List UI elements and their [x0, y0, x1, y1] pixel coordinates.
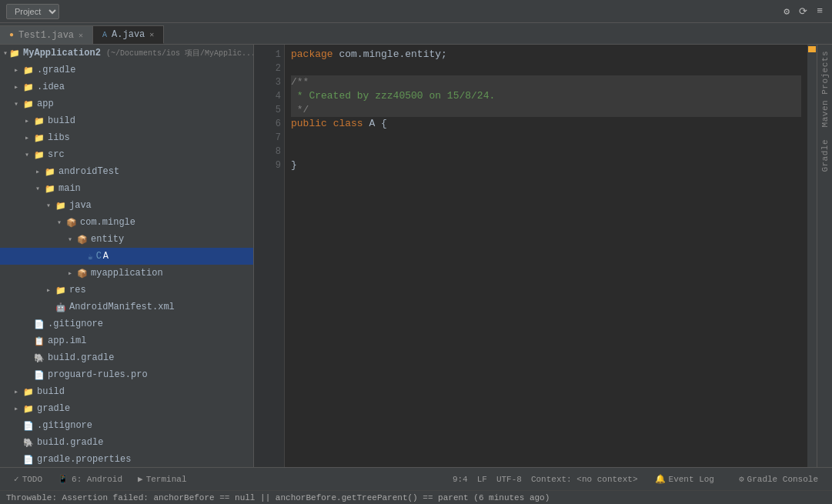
tree-item-gradleprop[interactable]: 📄 gradle.properties [0, 451, 253, 467]
tree-item-main[interactable]: ▾ 📁 main [0, 180, 253, 197]
arrow-gradle2: ▸ [14, 404, 22, 413]
tab-test1-label: Test1.java [18, 30, 74, 41]
tree-item-androidmanifest[interactable]: 🤖 AndroidManifest.xml [0, 299, 253, 315]
tree-label-src: src [48, 149, 65, 160]
tab-ajava-label: A.java [112, 29, 145, 40]
arrow-java: ▾ [46, 201, 54, 210]
tab-test1[interactable]: ● Test1.java ✕ [0, 25, 93, 44]
tree-item-build2[interactable]: ▸ 📁 build [0, 383, 253, 400]
folder-icon-gradle2: 📁 [23, 404, 34, 414]
tab-test1-close[interactable]: ✕ [79, 31, 83, 40]
tree-label-app: app [37, 98, 54, 109]
gradle-console-button[interactable]: ⚙ Gradle Console [731, 471, 826, 488]
tree-item-libs[interactable]: ▸ 📁 libs [0, 129, 253, 146]
code-line-8 [291, 145, 801, 159]
arrow-build1: ▸ [25, 116, 32, 125]
tree-label-androidmanifest: AndroidManifest.xml [69, 302, 175, 312]
maven-projects-label[interactable]: Maven Projects [819, 45, 831, 133]
tree-item-build1[interactable]: ▸ 📁 build [0, 112, 253, 129]
xml-icon-androidmanifest: 🤖 [55, 302, 66, 312]
tab-ajava-close[interactable]: ✕ [149, 30, 154, 39]
arrow-main: ▾ [35, 184, 43, 193]
event-log-label: Event Log [669, 475, 714, 484]
tree-item-java[interactable]: ▾ 📁 java [0, 197, 253, 214]
status-tab-android[interactable]: 📱 6: Android [50, 471, 130, 488]
code-area[interactable]: package com.mingle.entity; /** * Created… [285, 45, 807, 467]
tree-label-gradle2: gradle [37, 403, 70, 414]
toolbar-icons: ⚙ ⟳ ≡ [780, 4, 826, 19]
ajava-icon: A [102, 31, 107, 39]
tree-label-androidtest: androidTest [58, 166, 119, 177]
tree-item-idea[interactable]: ▸ 📁 .idea [0, 78, 253, 95]
arrow-androidtest: ▸ [35, 167, 43, 176]
folder-icon-gradle: 📁 [23, 65, 34, 75]
folder-icon-myapp: 📁 [9, 48, 20, 58]
refresh-icon[interactable]: ⟳ [796, 4, 810, 19]
arrow-myapp: ▾ [3, 48, 8, 58]
gradle-icon-buildgradle2: 🐘 [23, 438, 34, 448]
tree-item-commingle[interactable]: ▾ 📦 com.mingle [0, 214, 253, 231]
gradle-label[interactable]: Gradle [819, 133, 831, 179]
tree-label-idea: .idea [37, 82, 65, 92]
tree-item-androidtest[interactable]: ▸ 📁 androidTest [0, 163, 253, 180]
status-right: 9:4 LF UTF-8 Context: <no context> 🔔 Eve… [453, 471, 826, 488]
tree-item-buildgradle1[interactable]: 🐘 build.gradle [0, 349, 253, 366]
tree-item-afile[interactable]: ☕ C A [0, 248, 253, 265]
arrow-gradle: ▸ [14, 65, 22, 75]
sync-icon[interactable]: ⚙ [780, 4, 793, 19]
tab-ajava[interactable]: A A.java ✕ [93, 25, 164, 44]
line-numbers: 1 2 3 4 5 6 7 8 9 [254, 45, 285, 467]
tree-item-gradle2[interactable]: ▸ 📁 gradle [0, 400, 253, 417]
side-labels: Maven Projects Gradle [817, 45, 832, 467]
tree-item-entity[interactable]: ▾ 📦 entity [0, 231, 253, 248]
package-icon-entity: 📦 [77, 235, 88, 245]
tree-label-main: main [58, 183, 81, 194]
code-line-4: * Created by zzz40500 on 15/8/24. [291, 89, 801, 103]
tree-item-gitignore1[interactable]: 📄 .gitignore [0, 315, 253, 332]
code-line-3: /** [291, 75, 801, 89]
arrow-src: ▾ [25, 150, 32, 159]
arrow-commingle: ▾ [57, 218, 65, 227]
tree-item-gitignore2[interactable]: 📄 .gitignore [0, 417, 253, 434]
tree-label-build2: build [37, 386, 65, 397]
sidebar: ▾ 📁 MyApplication2 (~/Documents/ios 项目/M… [0, 45, 254, 467]
tree-label-build1: build [48, 115, 75, 126]
tree-label-myapplication: myapplication [91, 268, 163, 279]
status-tab-terminal[interactable]: ▶ Terminal [130, 471, 194, 488]
arrow-build2: ▸ [14, 387, 22, 396]
project-dropdown[interactable]: Project [6, 4, 59, 19]
code-line-5: */ [291, 103, 801, 117]
folder-icon-src: 📁 [34, 150, 45, 160]
gradle-console-icon: ⚙ [739, 474, 744, 484]
test1-icon: ● [9, 31, 14, 39]
tree-label-libs: libs [48, 132, 70, 143]
tree-label-proguard: proguard-rules.pro [48, 369, 148, 380]
tree-label-buildgradle2: build.gradle [37, 437, 103, 448]
terminal-label: Terminal [146, 475, 187, 484]
event-log-icon: 🔔 [655, 474, 666, 484]
android-label: 6: Android [72, 475, 122, 484]
tree-item-gradle[interactable]: ▸ 📁 .gradle [0, 62, 253, 78]
tree-item-src[interactable]: ▾ 📁 src [0, 146, 253, 163]
settings-icon[interactable]: ≡ [814, 4, 826, 19]
tree-item-app[interactable]: ▾ 📁 app [0, 95, 253, 112]
git-icon-gitignore2: 📄 [23, 421, 34, 431]
package-icon-commingle: 📦 [66, 218, 77, 228]
main-area: ▾ 📁 MyApplication2 (~/Documents/ios 项目/M… [0, 45, 832, 467]
tree-item-appiml[interactable]: 📋 app.iml [0, 332, 253, 349]
event-log-button[interactable]: 🔔 Event Log [647, 471, 722, 488]
tree-item-myapp[interactable]: ▾ 📁 MyApplication2 (~/Documents/ios 项目/M… [0, 45, 253, 62]
folder-icon-idea: 📁 [23, 82, 34, 92]
editor-content: 1 2 3 4 5 6 7 8 9 package com.mingle.ent… [254, 45, 817, 467]
tree-label-appiml: app.iml [48, 335, 86, 346]
tree-label-gitignore2: .gitignore [37, 420, 92, 431]
tree-label-java: java [69, 200, 92, 211]
error-text: Throwable: Assertion failed: anchorBefor… [6, 493, 550, 502]
tree-item-myapplication[interactable]: ▸ 📦 myapplication [0, 265, 253, 282]
tree-item-buildgradle2[interactable]: 🐘 build.gradle [0, 434, 253, 451]
status-tab-todo[interactable]: ✓ TODO [6, 471, 50, 488]
tree-item-res[interactable]: ▸ 📁 res [0, 282, 253, 299]
terminal-icon: ▶ [138, 474, 143, 484]
arrow-res: ▸ [46, 285, 54, 295]
tree-item-proguard[interactable]: 📄 proguard-rules.pro [0, 366, 253, 383]
